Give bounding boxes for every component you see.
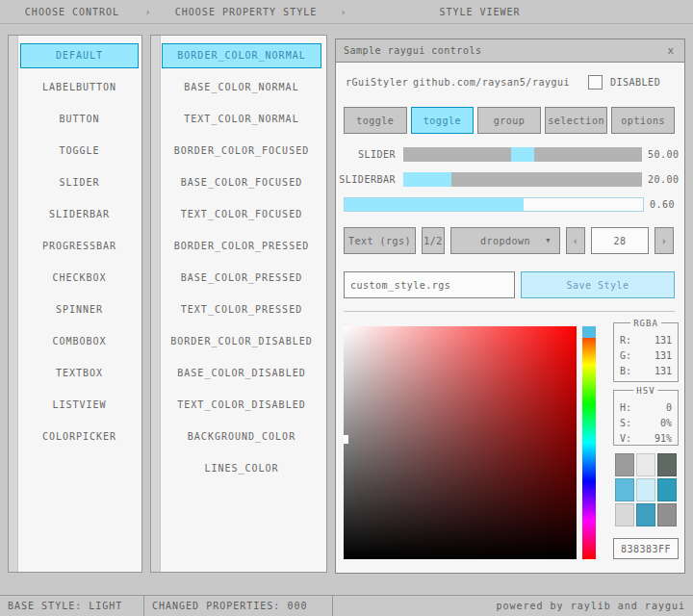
prop-item-base-color-focused[interactable]: BASE_COLOR_FOCUSED bbox=[162, 170, 321, 195]
style-swatch[interactable] bbox=[615, 478, 634, 501]
slider[interactable] bbox=[403, 147, 642, 162]
style-swatch[interactable] bbox=[657, 503, 677, 526]
controls-list: DEFAULT LABELBUTTON BUTTON TOGGLE SLIDER… bbox=[20, 43, 139, 449]
property-styles-panel: BORDER_COLOR_NORMAL BASE_COLOR_NORMAL TE… bbox=[150, 35, 327, 573]
chevron-down-icon: ▼ bbox=[546, 237, 551, 244]
b-label: B: bbox=[620, 366, 631, 376]
app-name-label: rGuiStyler bbox=[346, 77, 408, 89]
toggle-button-options[interactable]: options bbox=[611, 107, 675, 134]
rgba-row-g: G: 131 bbox=[614, 347, 678, 363]
half-button[interactable]: 1/2 bbox=[422, 227, 445, 254]
toggle-button-selection[interactable]: selection bbox=[545, 107, 608, 134]
toggle-group: toggle toggle group selection options bbox=[344, 107, 675, 134]
prop-item-border-color-focused[interactable]: BORDER_COLOR_FOCUSED bbox=[162, 139, 321, 164]
color-picker-square[interactable] bbox=[344, 326, 577, 559]
breadcrumb-style-viewer: STYLE VIEWER bbox=[347, 7, 612, 17]
hsv-title: HSV bbox=[633, 386, 657, 396]
list-item-listview[interactable]: LISTVIEW bbox=[20, 393, 139, 418]
v-label: V: bbox=[620, 433, 631, 444]
r-label: R: bbox=[620, 335, 631, 346]
style-swatch[interactable] bbox=[636, 503, 655, 526]
v-value: 91% bbox=[654, 433, 672, 444]
window-body: rGuiStyler github.com/raysan5/raygui DIS… bbox=[336, 63, 684, 574]
prop-item-lines-color[interactable]: LINES_COLOR bbox=[162, 456, 321, 481]
list-item-toggle[interactable]: TOGGLE bbox=[20, 139, 139, 164]
repo-link[interactable]: github.com/raysan5/raygui bbox=[413, 77, 570, 89]
list-item-progressbar[interactable]: PROGRESSBAR bbox=[20, 234, 139, 259]
save-style-button[interactable]: Save Style bbox=[521, 271, 675, 298]
style-swatch[interactable] bbox=[615, 503, 634, 526]
breadcrumb-choose-control: CHOOSE CONTROL bbox=[0, 7, 144, 17]
color-picker-cursor[interactable] bbox=[344, 435, 348, 444]
prop-item-base-color-pressed[interactable]: BASE_COLOR_PRESSED bbox=[162, 266, 321, 291]
dropdown[interactable]: dropdown ▼ bbox=[450, 227, 560, 254]
sliderbar[interactable] bbox=[403, 172, 642, 187]
r-value: 131 bbox=[654, 335, 672, 346]
list-item-checkbox[interactable]: CHECKBOX bbox=[20, 266, 139, 291]
list-item-labelbutton[interactable]: LABELBUTTON bbox=[20, 75, 139, 100]
hex-color-value[interactable]: 838383FF bbox=[613, 538, 679, 559]
window-titlebar[interactable]: Sample raygui controls x bbox=[336, 39, 684, 63]
hue-cursor[interactable] bbox=[582, 326, 596, 338]
list-item-slider[interactable]: SLIDER bbox=[20, 170, 139, 195]
progress-bar-value: 0.60 bbox=[650, 199, 675, 211]
status-base-style: BASE STYLE: LIGHT bbox=[0, 596, 144, 616]
controls-list-scrollbar[interactable] bbox=[9, 36, 18, 572]
filename-input[interactable]: custom_style.rgs bbox=[344, 271, 515, 298]
rgba-row-b: B: 131 bbox=[614, 363, 678, 378]
list-item-combobox[interactable]: COMBOBOX bbox=[20, 329, 139, 354]
status-bar: BASE STYLE: LIGHT CHANGED PROPERTIES: 00… bbox=[0, 595, 693, 616]
toggle-button-2-active[interactable]: toggle bbox=[411, 107, 475, 134]
progress-bar bbox=[344, 197, 644, 212]
style-swatch[interactable] bbox=[636, 453, 655, 476]
text-rgs-button[interactable]: Text (rgs) bbox=[344, 227, 416, 254]
progress-bar-fill bbox=[345, 198, 524, 211]
slider-thumb[interactable] bbox=[511, 147, 534, 162]
spinner-increase-button[interactable]: › bbox=[654, 227, 674, 254]
breadcrumb-bar: CHOOSE CONTROL › CHOOSE PROPERTY STYLE ›… bbox=[0, 0, 693, 24]
dropdown-label: dropdown bbox=[480, 236, 530, 246]
prop-item-text-color-focused[interactable]: TEXT_COLOR_FOCUSED bbox=[162, 202, 321, 227]
rgba-group: RGBA R: 131 G: 131 B: 131 bbox=[613, 322, 679, 382]
hsv-row-h: H: 0 bbox=[614, 399, 678, 415]
disabled-checkbox-label: DISABLED bbox=[610, 77, 660, 89]
prop-item-border-color-disabled[interactable]: BORDER_COLOR_DISABLED bbox=[162, 329, 321, 354]
prop-item-base-color-disabled[interactable]: BASE_COLOR_DISABLED bbox=[162, 361, 321, 386]
prop-item-background-color[interactable]: BACKGROUND_COLOR bbox=[162, 424, 321, 449]
window-title: Sample raygui controls bbox=[342, 45, 663, 56]
list-item-colorpicker[interactable]: COLORPICKER bbox=[20, 424, 139, 449]
toggle-button-group[interactable]: group bbox=[477, 107, 541, 134]
disabled-checkbox[interactable] bbox=[588, 75, 603, 90]
style-swatch[interactable] bbox=[615, 453, 634, 476]
chevron-right-icon: › bbox=[144, 7, 152, 17]
slider-value: 50.00 bbox=[648, 149, 680, 161]
b-value: 131 bbox=[654, 366, 672, 376]
list-item-spinner[interactable]: SPINNER bbox=[20, 297, 139, 322]
close-icon[interactable]: x bbox=[663, 44, 679, 57]
property-list-scrollbar[interactable] bbox=[151, 36, 161, 572]
status-powered-by: powered by raylib and raygui bbox=[333, 596, 693, 616]
prop-item-text-color-disabled[interactable]: TEXT_COLOR_DISABLED bbox=[162, 393, 321, 418]
controls-list-panel: DEFAULT LABELBUTTON BUTTON TOGGLE SLIDER… bbox=[8, 35, 142, 573]
list-item-default[interactable]: DEFAULT bbox=[20, 43, 139, 68]
spinner-decrease-button[interactable]: ‹ bbox=[566, 227, 585, 254]
list-item-textbox[interactable]: TEXTBOX bbox=[20, 361, 139, 386]
rgba-title: RGBA bbox=[630, 319, 661, 328]
h-label: H: bbox=[620, 402, 631, 413]
hue-bar[interactable] bbox=[582, 326, 596, 559]
g-label: G: bbox=[620, 350, 631, 361]
style-viewer-window: Sample raygui controls x rGuiStyler gith… bbox=[335, 38, 685, 574]
list-item-button[interactable]: BUTTON bbox=[20, 107, 139, 132]
prop-item-border-color-pressed[interactable]: BORDER_COLOR_PRESSED bbox=[162, 234, 321, 259]
prop-item-text-color-normal[interactable]: TEXT_COLOR_NORMAL bbox=[162, 107, 321, 132]
prop-item-base-color-normal[interactable]: BASE_COLOR_NORMAL bbox=[162, 75, 321, 100]
g-value: 131 bbox=[654, 350, 672, 361]
style-swatch[interactable] bbox=[636, 478, 655, 501]
prop-item-border-color-normal[interactable]: BORDER_COLOR_NORMAL bbox=[162, 43, 321, 68]
list-item-sliderbar[interactable]: SLIDERBAR bbox=[20, 202, 139, 227]
prop-item-text-color-pressed[interactable]: TEXT_COLOR_PRESSED bbox=[162, 297, 321, 322]
toggle-button-1[interactable]: toggle bbox=[344, 107, 407, 134]
spinner-value[interactable]: 28 bbox=[591, 227, 649, 254]
style-swatch[interactable] bbox=[657, 453, 677, 476]
style-swatch[interactable] bbox=[657, 478, 677, 501]
